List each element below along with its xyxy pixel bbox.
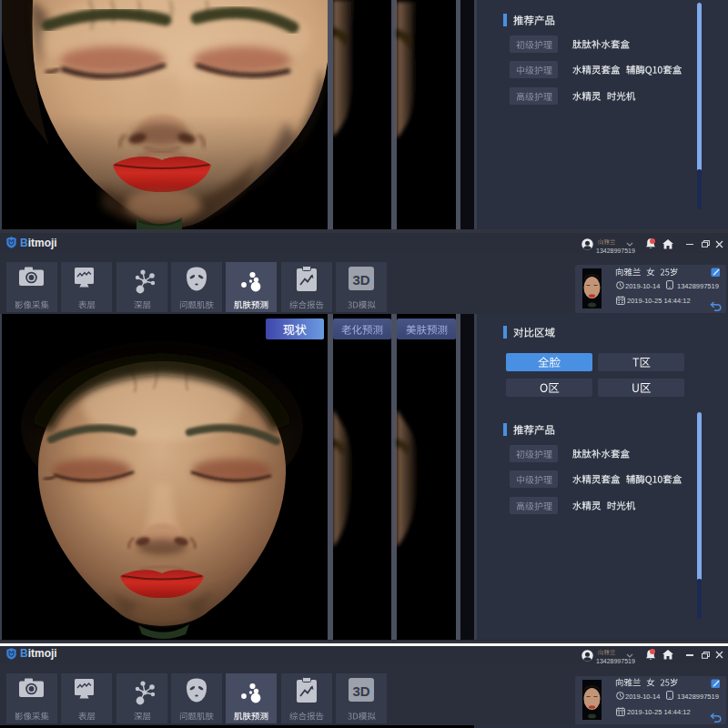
svg-text:3D: 3D — [352, 682, 369, 698]
svg-text:3D: 3D — [352, 272, 369, 288]
